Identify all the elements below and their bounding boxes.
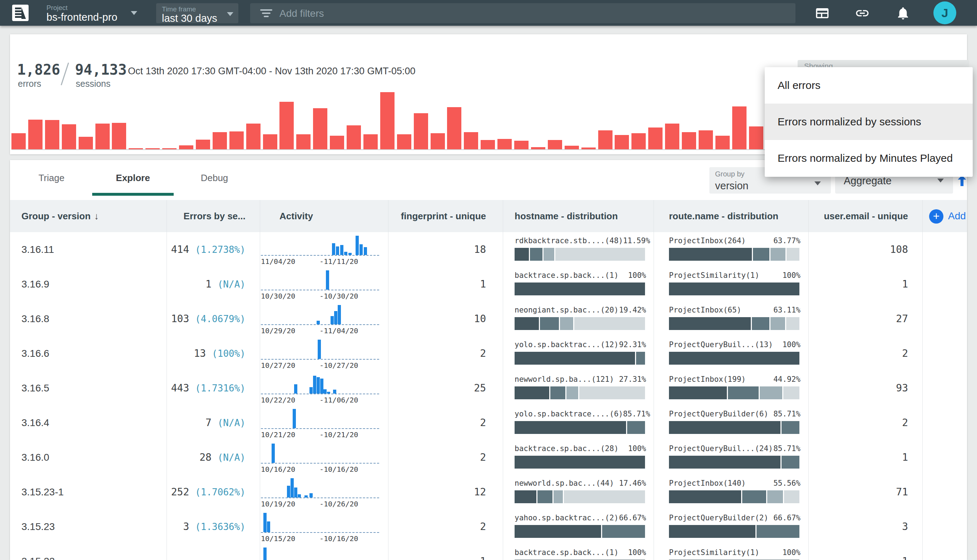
histogram-bar[interactable]	[330, 136, 344, 149]
add-column-button[interactable]: +Add	[922, 200, 967, 232]
add-filters-input[interactable]	[279, 7, 745, 20]
histogram-bar[interactable]	[397, 134, 411, 149]
table-row[interactable]: 3.16.47 (N/A)10/21/20 16:10-10/21/20 19:…	[10, 405, 967, 440]
column-header-7[interactable]: user.email - unique	[808, 200, 922, 232]
tab-debug[interactable]: Debug	[174, 160, 255, 196]
filters-bar[interactable]	[250, 3, 795, 23]
table-row[interactable]: 3.16.613 (100%)10/27/20 12:56-10/27/20 1…	[10, 336, 967, 371]
distribution-bar[interactable]	[669, 317, 800, 330]
histogram-bar[interactable]	[665, 123, 679, 149]
table-row[interactable]: 3.16.028 (N/A)10/16/20 16:38-10/16/20 16…	[10, 440, 967, 475]
timeframe-select[interactable]: Time frame last 30 days	[156, 3, 238, 23]
histogram-bar[interactable]	[229, 132, 244, 149]
sparkline-bar	[263, 513, 267, 532]
histogram-bar[interactable]	[431, 133, 445, 149]
histogram-bar[interactable]	[481, 140, 495, 149]
sparkline-bar	[304, 495, 308, 498]
distribution-label: yahoo.sp.backtrac...(2)66.67%	[514, 513, 646, 522]
route-distribution-cell: ProjectInbox(140)55.56%	[654, 475, 808, 509]
distribution-bar[interactable]	[669, 248, 800, 261]
table-row[interactable]: 3.16.5443 (1.7316%)10/22/20 13:41-11/06/…	[10, 371, 967, 406]
distribution-bar[interactable]	[514, 525, 646, 538]
table-row[interactable]: 3.16.11414 (1.2738%)11/04/20 09:28-11/11…	[10, 232, 967, 267]
distribution-bar[interactable]	[669, 352, 800, 365]
histogram-bar[interactable]	[45, 120, 59, 149]
distribution-bar[interactable]	[669, 387, 800, 399]
histogram-bar[interactable]	[715, 136, 730, 149]
histogram-bar[interactable]	[564, 146, 579, 149]
table-row[interactable]: 3.15.233 (1.3636%)10/15/20 12:52-10/16/2…	[10, 509, 967, 544]
histogram-bar[interactable]	[296, 134, 311, 149]
table-row[interactable]: 3.15.23-1252 (1.7062%)10/19/20 11:01-10/…	[10, 475, 967, 510]
histogram-bar[interactable]	[263, 134, 277, 149]
distribution-segment	[742, 490, 766, 503]
showing-option[interactable]: Errors normalized by sessions	[765, 103, 973, 140]
histogram-bar[interactable]	[12, 133, 26, 149]
histogram-bar[interactable]	[414, 113, 428, 149]
distribution-bar[interactable]	[514, 490, 646, 503]
histogram-bar[interactable]	[78, 137, 93, 149]
distribution-bar[interactable]	[514, 456, 646, 468]
histogram-bar[interactable]	[112, 123, 126, 149]
distribution-bar[interactable]	[514, 317, 646, 330]
histogram-bar[interactable]	[95, 123, 110, 149]
histogram-bar[interactable]	[498, 139, 512, 149]
sparkline-bar	[336, 247, 339, 255]
histogram-bar[interactable]	[447, 107, 461, 149]
sort-descending-icon[interactable]: ↓	[94, 211, 99, 222]
distribution-bar[interactable]	[669, 282, 800, 295]
showing-option[interactable]: All errors	[765, 67, 973, 103]
histogram-bar[interactable]	[598, 130, 613, 149]
histogram-bar[interactable]	[648, 128, 663, 149]
column-header-3[interactable]: Activity	[260, 200, 388, 232]
link-icon[interactable]	[855, 6, 870, 21]
distribution-bar[interactable]	[514, 352, 646, 365]
table-row[interactable]: 3.15.22 1backtrace.sp.back...(1)100%Proj…	[10, 544, 967, 560]
plus-icon[interactable]: +	[929, 209, 944, 223]
distribution-bar[interactable]	[669, 490, 800, 503]
avatar[interactable]: J	[934, 2, 956, 24]
histogram-bar[interactable]	[347, 125, 361, 149]
tab-explore[interactable]: Explore	[92, 160, 174, 196]
column-header-4[interactable]: fingerprint - unique	[388, 200, 503, 232]
distribution-bar[interactable]	[514, 282, 646, 295]
backtrace-logo-icon[interactable]	[12, 5, 28, 21]
histogram-bar[interactable]	[732, 107, 747, 149]
distribution-bar[interactable]	[514, 387, 646, 399]
distribution-bar[interactable]	[669, 456, 800, 468]
distribution-bar[interactable]	[669, 525, 800, 538]
histogram-bar[interactable]	[62, 124, 76, 149]
histogram-bar[interactable]	[213, 132, 227, 149]
column-header-6[interactable]: route.name - distribution	[654, 200, 808, 232]
table-row[interactable]: 3.16.8103 (4.0679%)10/29/20 17:38-11/04/…	[10, 302, 967, 337]
histogram-bar[interactable]	[313, 108, 327, 149]
tab-triage[interactable]: Triage	[11, 160, 92, 196]
layout-icon[interactable]	[815, 6, 830, 21]
histogram-bar[interactable]	[631, 133, 646, 149]
histogram-bar[interactable]	[682, 132, 696, 149]
histogram-bar[interactable]	[363, 134, 378, 149]
histogram-bar[interactable]	[196, 140, 210, 149]
histogram-bar[interactable]	[380, 92, 394, 149]
histogram-bar[interactable]	[246, 123, 261, 149]
histogram-bar[interactable]	[749, 127, 763, 149]
user-email-cell: 108	[808, 232, 922, 267]
column-header-2[interactable]: Errors by se...	[167, 200, 260, 232]
histogram-bar[interactable]	[179, 145, 193, 149]
histogram-bar[interactable]	[548, 140, 562, 149]
histogram-bar[interactable]	[514, 141, 529, 149]
histogram-bar[interactable]	[615, 135, 629, 149]
distribution-bar[interactable]	[514, 421, 646, 434]
histogram-bar[interactable]	[699, 130, 713, 149]
route-distribution-cell: ProjectQueryBuilder(2)66.67%	[654, 509, 808, 544]
column-header-5[interactable]: hostname - distribution	[503, 200, 654, 232]
histogram-bar[interactable]	[464, 132, 478, 149]
table-row[interactable]: 3.16.91 (N/A)10/30/20 17:28-10/30/20 17:…	[10, 267, 967, 302]
histogram-bar[interactable]	[279, 102, 294, 149]
distribution-bar[interactable]	[514, 248, 646, 261]
bell-icon[interactable]	[895, 6, 910, 21]
showing-option[interactable]: Errors normalized by Minutes Played	[765, 140, 973, 177]
distribution-bar[interactable]	[669, 421, 800, 434]
column-header-1[interactable]: Group - version↓	[10, 200, 167, 232]
histogram-bar[interactable]	[28, 120, 43, 149]
